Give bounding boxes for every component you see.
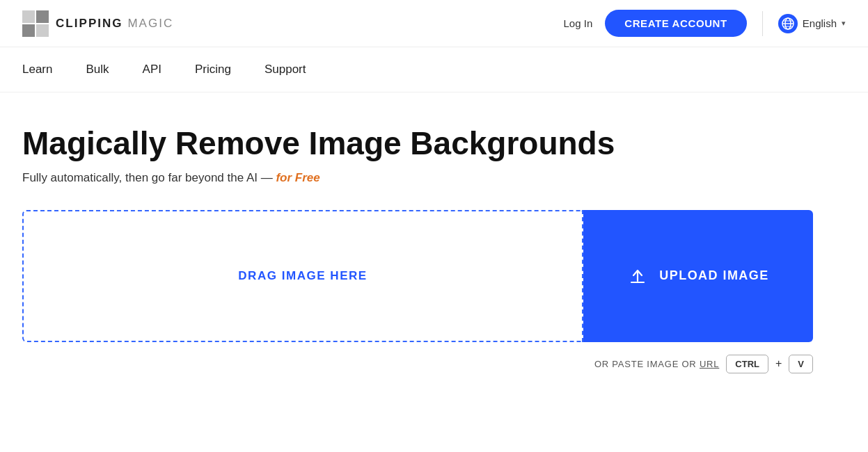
paste-prefix: OR PASTE IMAGE OR (594, 359, 697, 369)
subheadline-accent: for Free (276, 171, 319, 184)
language-label: English (803, 17, 837, 29)
main-nav: Learn Bulk API Pricing Support (0, 47, 868, 92)
nav-item-api[interactable]: API (143, 63, 161, 76)
paste-text: OR PASTE IMAGE OR URL (594, 359, 719, 369)
login-link[interactable]: Log In (564, 17, 593, 29)
paste-url: URL (700, 359, 719, 369)
ctrl-key: CTRL (726, 355, 768, 373)
upload-label: UPLOAD IMAGE (659, 268, 768, 283)
nav-item-bulk[interactable]: Bulk (86, 63, 109, 76)
main-content: Magically Remove Image Backgrounds Fully… (0, 92, 835, 401)
paste-row: OR PASTE IMAGE OR URL CTRL + V (22, 355, 813, 373)
upload-area: DRAG IMAGE HERE UPLOAD IMAGE (22, 210, 813, 342)
svg-rect-3 (36, 24, 49, 37)
v-key: V (789, 355, 813, 373)
plus-sign: + (775, 357, 782, 370)
create-account-button[interactable]: CREATE ACCOUNT (605, 10, 747, 37)
header-right: Log In CREATE ACCOUNT English ▾ (564, 10, 846, 37)
globe-icon (778, 14, 798, 33)
language-selector[interactable]: English ▾ (778, 14, 846, 33)
header-divider (762, 11, 763, 36)
drag-drop-zone[interactable]: DRAG IMAGE HERE (22, 210, 583, 342)
subheadline-prefix: Fully automatically, then go far beyond … (22, 171, 276, 184)
nav-item-learn[interactable]: Learn (22, 63, 52, 76)
nav-item-support[interactable]: Support (265, 63, 306, 76)
chevron-down-icon: ▾ (842, 19, 846, 28)
svg-rect-2 (22, 24, 35, 37)
header: CLIPPING MAGIC Log In CREATE ACCOUNT Eng… (0, 0, 868, 47)
logo[interactable]: CLIPPING MAGIC (22, 10, 173, 37)
svg-rect-1 (36, 10, 49, 23)
svg-rect-0 (22, 10, 35, 23)
upload-button[interactable]: UPLOAD IMAGE (583, 210, 813, 342)
logo-text: CLIPPING MAGIC (56, 17, 173, 31)
drag-label: DRAG IMAGE HERE (238, 269, 367, 283)
logo-icon (22, 10, 49, 37)
headline: Magically Remove Image Backgrounds (22, 126, 813, 161)
nav-item-pricing[interactable]: Pricing (195, 63, 231, 76)
subheadline: Fully automatically, then go far beyond … (22, 171, 813, 185)
upload-icon (627, 266, 648, 286)
